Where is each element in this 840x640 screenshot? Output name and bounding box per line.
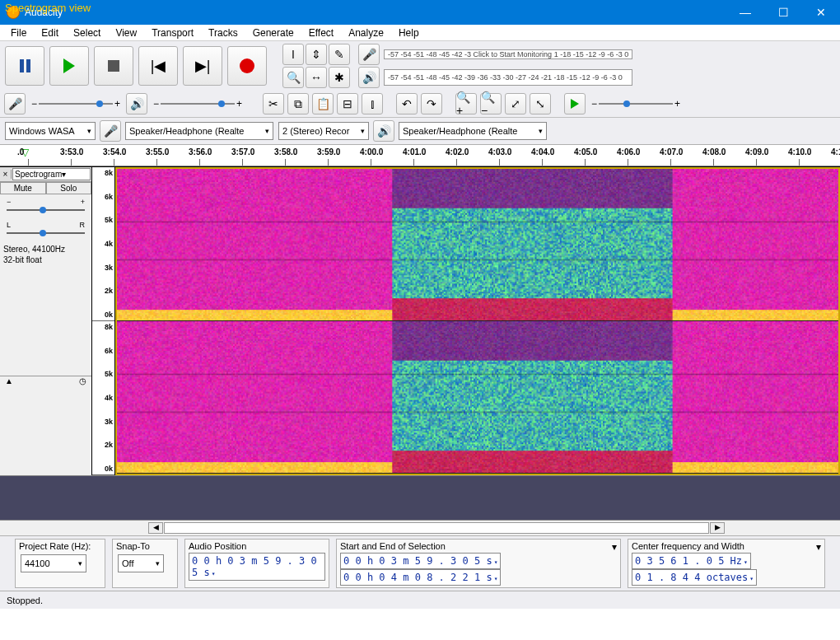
freq-mode-dropdown[interactable]: ▾ — [816, 541, 821, 553]
zoom-in-icon[interactable]: 🔍+ — [455, 93, 477, 114]
mic-volume-icon: 🎤 — [4, 93, 26, 114]
record-meter[interactable]: L-57 -54 -51 -48 -45 -42 -3 Click to Sta… — [384, 49, 632, 59]
snap-dropdown[interactable]: Off — [118, 554, 164, 572]
clock-icon[interactable]: ◷ — [79, 376, 86, 385]
envelope-tool-icon[interactable]: ⇕ — [306, 44, 327, 65]
maximize-button[interactable]: ☐ — [764, 0, 802, 25]
project-rate-dropdown[interactable]: 44100 — [21, 554, 86, 572]
redo-icon[interactable]: ↷ — [421, 93, 442, 114]
minimize-button[interactable]: — — [726, 0, 764, 25]
view-label: Spectrogram view — [5, 2, 91, 14]
record-button[interactable] — [227, 46, 267, 86]
status-text: Stopped. — [7, 596, 43, 605]
fit-project-icon[interactable]: ⤡ — [530, 93, 551, 114]
silence-icon[interactable]: ⫿ — [362, 93, 383, 114]
spectrogram-display[interactable]: Spectrogram view — [115, 167, 840, 475]
zoom-tool-icon[interactable]: 🔍 — [282, 67, 304, 88]
playback-meter[interactable]: L-57 -54 -51 -48 -45 -42 -39 -36 -33 -30… — [384, 69, 632, 86]
audio-position-label: Audio Position — [189, 541, 325, 551]
menu-help[interactable]: Help — [391, 26, 427, 40]
selection-mode-dropdown[interactable]: ▾ — [612, 541, 617, 553]
menu-analyze[interactable]: Analyze — [341, 26, 391, 40]
pan-slider[interactable]: LR — [0, 217, 91, 241]
menu-bar: File Edit Select View Transport Tracks G… — [0, 25, 840, 41]
selection-label: Start and End of Selection — [340, 541, 446, 551]
gain-slider[interactable]: −+ — [0, 194, 91, 217]
audio-host-dropdown[interactable]: Windows WASA — [5, 122, 96, 140]
status-bar: Stopped. — [0, 591, 840, 609]
track-close-icon[interactable]: × — [0, 170, 12, 179]
track-area: × Spectrogram▾ Mute Solo −+ LR Stereo, 4… — [0, 166, 840, 475]
window-title: Audacity — [25, 7, 726, 18]
play-speed-slider[interactable]: −+ — [591, 98, 680, 110]
rec-device-dropdown[interactable]: Speaker/Headphone (Realte — [125, 122, 273, 140]
paste-icon[interactable]: 📋 — [312, 93, 334, 114]
selection-tool-icon[interactable]: I — [282, 44, 304, 65]
zoom-out-icon[interactable]: 🔍− — [480, 93, 502, 114]
frequency-scale: 8k6k5k4k3k2k0k 8k6k5k4k3k2k0k — [92, 167, 115, 475]
skip-end-button[interactable]: ▶| — [183, 46, 222, 86]
menu-tracks[interactable]: Tracks — [201, 26, 245, 40]
undo-icon[interactable]: ↶ — [396, 93, 418, 114]
draw-tool-icon[interactable]: ✎ — [329, 44, 350, 65]
play-device-dropdown[interactable]: Speaker/Headphone (Realte — [399, 122, 547, 140]
rec-volume-slider[interactable]: −+ — [31, 98, 120, 110]
timeshift-tool-icon[interactable]: ↔ — [306, 67, 327, 88]
menu-edit[interactable]: Edit — [34, 26, 66, 40]
mute-button[interactable]: Mute — [0, 182, 46, 194]
close-button[interactable]: ✕ — [802, 0, 840, 25]
menu-select[interactable]: Select — [66, 26, 108, 40]
speaker-icon[interactable]: 🔊 — [358, 67, 380, 88]
track-view-dropdown[interactable]: Spectrogram▾ — [12, 168, 91, 180]
multi-tool-icon[interactable]: ✱ — [329, 67, 350, 88]
menu-transport[interactable]: Transport — [144, 26, 201, 40]
mic-device-icon: 🎤 — [100, 120, 121, 142]
collapse-icon[interactable]: ▲ — [5, 376, 13, 385]
play-volume-slider[interactable]: −+ — [153, 98, 242, 110]
skip-start-button[interactable]: |◀ — [138, 46, 178, 86]
snap-label: Snap-To — [116, 541, 174, 551]
selection-end-value[interactable]: 0 0 h 0 4 m 0 8 . 2 2 1 s — [340, 569, 501, 586]
selection-start-value[interactable]: 0 0 h 0 3 m 5 9 . 3 0 5 s — [340, 553, 501, 569]
trim-icon[interactable]: ⊟ — [337, 93, 358, 114]
play-at-speed-icon[interactable] — [564, 93, 586, 114]
stop-button[interactable] — [94, 46, 133, 86]
menu-file[interactable]: File — [3, 26, 34, 40]
freq-label: Center frequency and Width — [632, 541, 744, 551]
copy-icon[interactable]: ⧉ — [287, 93, 309, 114]
speaker-device-icon: 🔊 — [373, 120, 394, 142]
empty-track-space[interactable] — [0, 475, 840, 521]
track-format-info: Stereo, 44100Hz 32-bit float — [0, 241, 91, 269]
play-button[interactable] — [49, 46, 89, 86]
mic-icon[interactable]: 🎤 — [358, 44, 380, 65]
titlebar: Audacity — ☐ ✕ — [0, 0, 840, 25]
cut-icon[interactable]: ✂ — [263, 93, 284, 114]
play-volume-icon: 🔊 — [126, 93, 147, 114]
pause-button[interactable] — [5, 46, 44, 86]
width-value[interactable]: 0 1 . 8 4 4 octaves — [632, 569, 757, 586]
solo-button[interactable]: Solo — [46, 182, 92, 194]
rec-channels-dropdown[interactable]: 2 (Stereo) Recor — [278, 122, 369, 140]
audio-position-value[interactable]: 0 0 h 0 3 m 5 9 . 3 0 5 s — [189, 553, 325, 581]
toolbar-area: |◀ ▶| I ⇕ ✎ 🔍 ↔ ✱ 🎤 L-57 -54 -51 -48 -45… — [0, 41, 840, 145]
track-control-panel: × Spectrogram▾ Mute Solo −+ LR Stereo, 4… — [0, 167, 92, 475]
menu-generate[interactable]: Generate — [245, 26, 301, 40]
selection-toolbar: Project Rate (Hz): 44100 Snap-To Off Aud… — [0, 535, 840, 591]
project-rate-label: Project Rate (Hz): — [19, 541, 101, 551]
fit-selection-icon[interactable]: ⤢ — [505, 93, 526, 114]
menu-effect[interactable]: Effect — [301, 26, 341, 40]
menu-view[interactable]: View — [108, 26, 144, 40]
horizontal-scrollbar[interactable]: ◀▶ — [0, 521, 840, 535]
timeline-ruler[interactable]: ▽ .03:53.03:54.03:55.03:56.03:57.03:58.0… — [0, 145, 840, 166]
center-freq-value[interactable]: 0 3 5 6 1 . 0 5 Hz — [632, 553, 751, 569]
